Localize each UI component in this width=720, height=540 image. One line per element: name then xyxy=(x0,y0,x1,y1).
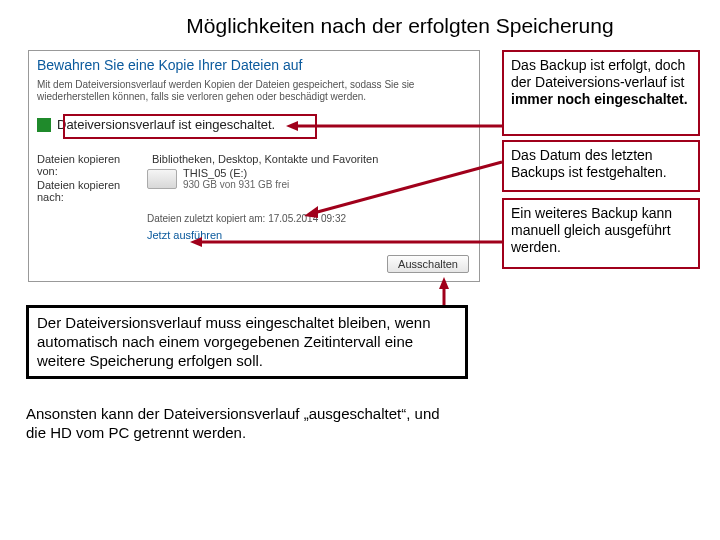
filehistory-dialog: Bewahren Sie eine Kopie Ihrer Dateien au… xyxy=(28,50,480,282)
status-icon xyxy=(37,118,51,132)
status-text: Dateiversionsverlauf ist eingeschaltet. xyxy=(57,117,275,132)
annotation-date: Das Datum des letzten Backups ist festge… xyxy=(502,140,700,192)
drive-name: THIS_05 (E:) xyxy=(183,167,289,179)
dialog-description: Mit dem Dateiversionsverlauf werden Kopi… xyxy=(37,79,471,103)
status-row: Dateiversionsverlauf ist eingeschaltet. xyxy=(37,117,275,132)
drive-icon xyxy=(147,169,177,189)
run-now-link[interactable]: Jetzt ausführen xyxy=(147,229,222,241)
drive-free: 930 GB von 931 GB frei xyxy=(183,179,289,190)
annotation-manual: Ein weiteres Backup kann manuell gleich … xyxy=(502,198,700,269)
copy-from-label: Dateien kopieren von: xyxy=(37,153,142,177)
drive-info: THIS_05 (E:) 930 GB von 931 GB frei xyxy=(147,167,289,190)
annotation-status: Das Backup ist erfolgt, doch der Dateive… xyxy=(502,50,700,136)
page-title: Möglichkeiten nach der erfolgten Speiche… xyxy=(120,14,680,38)
last-copied: Dateien zuletzt kopiert am: 17.05.2014 0… xyxy=(147,213,346,224)
copy-to-label: Dateien kopieren nach: xyxy=(37,179,142,203)
note-box: Der Dateiversionsverlauf muss eingeschal… xyxy=(26,305,468,379)
note-plain: Ansonsten kann der Dateiversionsverlauf … xyxy=(26,405,446,443)
dialog-heading: Bewahren Sie eine Kopie Ihrer Dateien au… xyxy=(37,57,302,73)
turn-off-button[interactable]: Ausschalten xyxy=(387,255,469,273)
